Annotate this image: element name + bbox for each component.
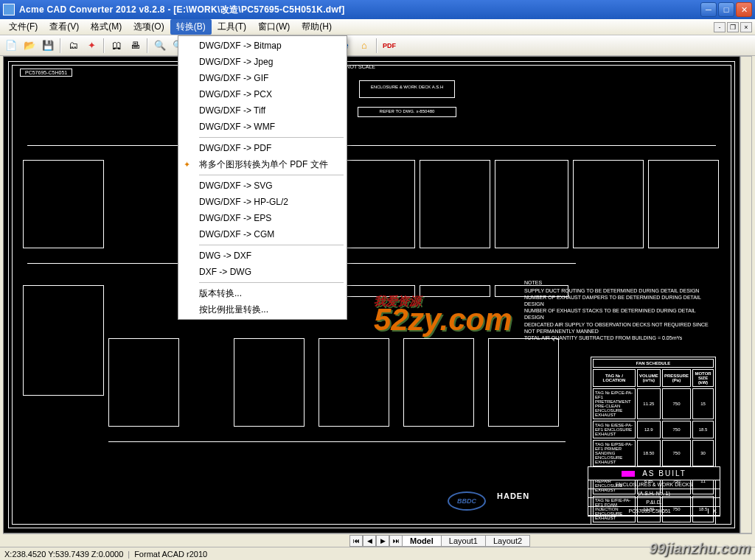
haden-logo: HADEN xyxy=(497,491,529,500)
toolbar: 📄 📂 💾 🗂 ✦ 🕮 🖶 🔍 🔍 ⊡ ⛶ ✧ ✥ 📐 ≣ ⊘ e ⌂ PDF xyxy=(0,35,755,56)
titlebar: Acme CAD Converter 2012 v8.2.8 - [E:\WOR… xyxy=(0,0,755,19)
title-block: AS BUILT ENCLOSURES & WORK DECKS (A.S.H.… xyxy=(588,466,720,517)
refer-box: REFER TO DWG. x-850480 xyxy=(358,107,456,117)
status-bar: X:238.4520 Y:539.7439 Z:0.0000 | Format … xyxy=(0,547,755,560)
notes-head: NOTES xyxy=(524,279,716,286)
vertical-scrollbar[interactable] xyxy=(740,56,752,533)
menu-options[interactable]: 选项(O) xyxy=(128,19,170,35)
menu-item-batch-scale[interactable]: 按比例批量转换... xyxy=(180,301,345,318)
zoom-out-icon[interactable]: 🔍 xyxy=(152,38,168,54)
print-icon[interactable]: 🖶 xyxy=(127,38,143,54)
mdi-restore[interactable]: ❐ xyxy=(727,22,739,32)
menu-bar: 文件(F) 查看(V) 格式(M) 选项(O) 转换(B) 工具(T) 窗口(W… xyxy=(0,19,755,35)
menu-item-dwg-dxf[interactable]: DWG -> DXF xyxy=(180,248,345,264)
drawing-canvas[interactable]: PC57695-C5H051 DO NOT SCALE ENCLOSURE & … xyxy=(3,56,740,533)
menu-item-bitmap[interactable]: DWG/DXF -> Bitmap xyxy=(180,38,345,54)
window-title: Acme CAD Converter 2012 v8.2.8 - [E:\WOR… xyxy=(19,4,700,16)
sheet-id-label: PC57695-C5H051 xyxy=(20,69,72,77)
menu-item-jpeg[interactable]: DWG/DXF -> Jpeg xyxy=(180,54,345,70)
tab-last-icon[interactable]: ⏭ xyxy=(389,535,403,547)
menu-item-wmf[interactable]: DWG/DXF -> WMF xyxy=(180,119,345,135)
tab-nav: ⏮ ◀ ▶ ⏭ xyxy=(349,535,403,547)
note-3: NUMBER OF EXHAUST STACKS TO BE DETERMINE… xyxy=(524,307,716,321)
menu-item-version[interactable]: 版本转换... xyxy=(180,285,345,301)
open-icon[interactable]: 📂 xyxy=(21,38,38,54)
recent-icon[interactable]: 🕮 xyxy=(108,38,125,54)
batch-icon[interactable]: 🗂 xyxy=(65,38,81,54)
menu-item-gif[interactable]: DWG/DXF -> GIF xyxy=(180,70,345,86)
new-icon[interactable]: 📄 xyxy=(3,38,19,54)
menu-item-eps[interactable]: DWG/DXF -> EPS xyxy=(180,210,345,226)
window-buttons: ─ □ ✕ xyxy=(700,2,752,17)
save-icon[interactable]: 💾 xyxy=(40,38,56,54)
menu-item-dxf-dwg[interactable]: DXF -> DWG xyxy=(180,264,345,280)
bbdc-logo: BBDC xyxy=(448,491,486,511)
menu-item-pdf[interactable]: DWG/DXF -> PDF xyxy=(180,140,345,156)
app-icon xyxy=(3,4,15,15)
tab-first-icon[interactable]: ⏮ xyxy=(349,535,363,547)
watermark-52zy: 我爱资源 52zy.com xyxy=(374,294,512,337)
close-button[interactable]: ✕ xyxy=(736,2,752,17)
pdf-icon[interactable]: PDF xyxy=(381,38,397,54)
status-format: Format ACAD r2010 xyxy=(134,550,207,559)
enclosure-box: ENCLOSURE & WORK DECK A.S.H xyxy=(359,80,455,98)
menu-file[interactable]: 文件(F) xyxy=(3,19,44,35)
mdi-minimize[interactable]: - xyxy=(714,22,726,32)
tab-layout2[interactable]: Layout2 xyxy=(485,535,530,547)
menu-convert[interactable]: 转换(B) xyxy=(170,19,212,35)
menu-format[interactable]: 格式(M) xyxy=(85,19,128,35)
notes-block: NOTES SUPPLY DUCT ROUTING TO BE DETERMIN… xyxy=(524,279,716,341)
mdi-close[interactable]: × xyxy=(740,22,752,32)
tab-layout1[interactable]: Layout1 xyxy=(441,535,486,547)
menu-item-svg[interactable]: DWG/DXF -> SVG xyxy=(180,178,345,194)
as-built: AS BUILT xyxy=(588,467,720,480)
note-1: SUPPLY DUCT ROUTING TO BE DETERMINED DUR… xyxy=(524,287,716,294)
tab-model[interactable]: Model xyxy=(402,535,442,547)
grab-icon[interactable]: ✦ xyxy=(83,38,100,54)
menu-item-multi-pdf[interactable]: ✦将多个图形转换为单个 PDF 文件 xyxy=(180,156,345,172)
sheet-border: PC57695-C5H051 DO NOT SCALE ENCLOSURE & … xyxy=(8,61,735,528)
maximize-button[interactable]: □ xyxy=(718,2,734,17)
menu-help[interactable]: 帮助(H) xyxy=(296,19,338,35)
menu-item-pcx[interactable]: DWG/DXF -> PCX xyxy=(180,86,345,102)
minimize-button[interactable]: ─ xyxy=(700,2,717,17)
tab-next-icon[interactable]: ▶ xyxy=(376,535,389,547)
menu-item-hpgl[interactable]: DWG/DXF -> HP-GL/2 xyxy=(180,194,345,210)
menu-tools[interactable]: 工具(T) xyxy=(212,19,252,35)
menu-item-tiff[interactable]: DWG/DXF -> Tiff xyxy=(180,102,345,119)
star-icon: ✦ xyxy=(184,160,190,169)
layout-tabs: ⏮ ◀ ▶ ⏭ Model Layout1 Layout2 xyxy=(3,533,752,547)
note-2: NUMBER OF EXHAUST DAMPERS TO BE DETERMIN… xyxy=(524,294,716,307)
menu-window[interactable]: 窗口(W) xyxy=(252,19,296,35)
inner-border: PC57695-C5H051 DO NOT SCALE ENCLOSURE & … xyxy=(12,65,731,525)
note-5: TOTAL AIR QUANTITY SUBTRACTED FROM BUILD… xyxy=(524,335,716,341)
tab-prev-icon[interactable]: ◀ xyxy=(363,535,376,547)
menu-item-cgm[interactable]: DWG/DXF -> CGM xyxy=(180,226,345,242)
mdi-buttons: - ❐ × xyxy=(714,22,752,32)
home-icon[interactable]: ⌂ xyxy=(356,38,372,54)
status-coords: X:238.4520 Y:539.7439 Z:0.0000 xyxy=(4,550,123,559)
menu-view[interactable]: 查看(V) xyxy=(44,19,85,35)
convert-dropdown: DWG/DXF -> Bitmap DWG/DXF -> Jpeg DWG/DX… xyxy=(178,35,347,320)
note-4: DEDICATED AIR SUPPLY TO OBSERVATION DECK… xyxy=(524,321,716,335)
